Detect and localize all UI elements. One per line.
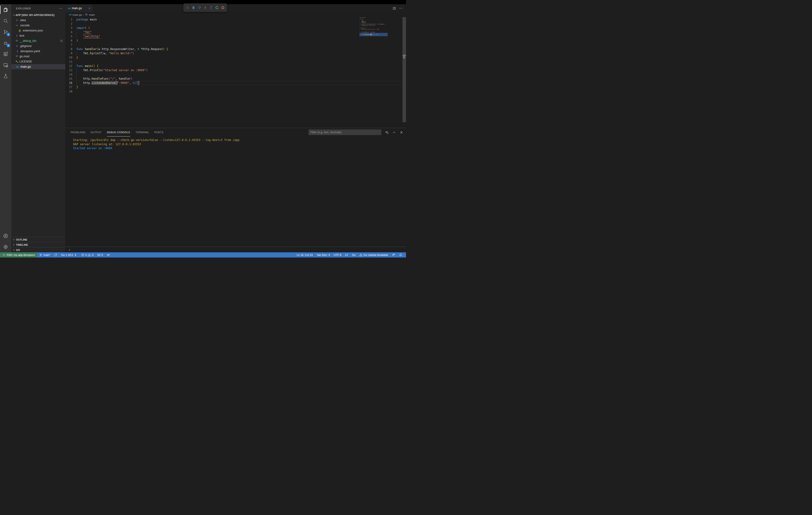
- status-item-debug-status[interactable]: [105, 252, 112, 258]
- code-line-16[interactable]: 16 http.ListenAndServe(":9000", nil): [65, 81, 406, 85]
- code-line-3[interactable]: 3import (: [65, 26, 406, 30]
- chev-r-icon: [12, 248, 16, 252]
- restart-button[interactable]: [214, 4, 220, 11]
- pause-button[interactable]: [191, 4, 196, 11]
- sidebar-section-timeline[interactable]: TIMELINE: [11, 242, 65, 247]
- more-actions-icon[interactable]: [59, 7, 62, 10]
- tree-item-main-go[interactable]: GOmain.go: [11, 64, 65, 69]
- code-line-11[interactable]: 11: [65, 60, 406, 64]
- status-item-eol[interactable]: LF: [343, 252, 350, 258]
- status-item-sync-changes[interactable]: [52, 252, 59, 258]
- activity-bar-item-accounts[interactable]: [0, 230, 11, 241]
- drag-handle-button[interactable]: [185, 4, 191, 11]
- status-item-problems[interactable]: 00: [79, 252, 95, 258]
- code-line-5[interactable]: 5 "net/http": [65, 34, 406, 38]
- beaker-icon: [3, 74, 8, 79]
- clear-console-icon[interactable]: [385, 131, 388, 134]
- code-line-18[interactable]: 18: [65, 89, 406, 93]
- tree-item--debug-bin[interactable]: __debug_binU: [11, 38, 65, 44]
- split-editor-icon[interactable]: [393, 7, 396, 10]
- close-tab-icon[interactable]: [88, 7, 91, 10]
- status-item-ports[interactable]: 0: [95, 252, 105, 258]
- code-line-15[interactable]: 15 http.HandleFunc("/", handler): [65, 77, 406, 81]
- status-item-language-mode[interactable]: Go: [350, 252, 357, 258]
- activity-bar-item-source-control[interactable]: 1: [0, 26, 11, 37]
- tree-item-go-mod[interactable]: go.mod: [11, 54, 65, 59]
- status-item-git-branch[interactable]: main*: [37, 252, 52, 258]
- panel-tab-ports[interactable]: PORTS: [154, 128, 163, 137]
- maximize-panel-icon[interactable]: [393, 131, 396, 134]
- code-line-13[interactable]: 13 fmt.Println("Started server on :9000"…: [65, 68, 406, 73]
- tree-item-test[interactable]: test: [11, 33, 65, 38]
- breadcrumb-symbol[interactable]: main: [85, 13, 95, 16]
- debug-console-filter-input[interactable]: [309, 130, 381, 135]
- code-line-1[interactable]: 1package main: [65, 18, 406, 22]
- code-editor[interactable]: 1package main23import (4 "fmt"5 "net/htt…: [65, 17, 406, 128]
- activity-bar-item-extensions[interactable]: [0, 49, 11, 59]
- pause-icon: [192, 6, 196, 10]
- line-number: 5: [65, 34, 72, 38]
- editor-scrollbar[interactable]: [403, 17, 406, 122]
- sidebar-section-outline[interactable]: OUTLINE: [11, 237, 65, 242]
- workspace-section-header[interactable]: APP [SSH: MY-APP.DEVSPACE]: [11, 12, 65, 18]
- chev-r-icon: [15, 34, 19, 37]
- activity-bar-item-run-and-debug[interactable]: 1: [0, 37, 11, 49]
- tree-item--gitignore[interactable]: .gitignore: [11, 44, 65, 49]
- tree-item-devspace-yaml[interactable]: !devspace.yaml: [11, 49, 65, 54]
- code-line-14[interactable]: 14: [65, 73, 406, 77]
- extensions-icon: [3, 52, 8, 57]
- status-item-tab-size[interactable]: Tab Size: 4: [315, 252, 332, 258]
- tree-item--idea[interactable]: .idea: [11, 18, 65, 23]
- line-number: 17: [65, 85, 72, 89]
- tree-item-extensions-json[interactable]: {}extensions.json: [11, 28, 65, 33]
- code-line-10[interactable]: 10}: [65, 55, 406, 60]
- step-into-button[interactable]: [202, 4, 208, 11]
- tree-item--vscode[interactable]: .vscode: [11, 23, 65, 28]
- stop-button[interactable]: [220, 4, 226, 11]
- status-label: main*: [44, 254, 50, 256]
- tab-main-go[interactable]: GO main.go: [65, 4, 93, 12]
- code-line-4[interactable]: 4 "fmt": [65, 30, 406, 34]
- panel-tab-debug-console[interactable]: DEBUG CONSOLE: [107, 128, 130, 137]
- code-token: (: [88, 26, 90, 30]
- breadcrumb-file[interactable]: GO main.go: [69, 13, 82, 16]
- status-item-go-version[interactable]: Go 1.18.5: [59, 252, 79, 258]
- branch-icon: [39, 253, 42, 257]
- close-panel-icon[interactable]: [400, 131, 403, 134]
- status-item-notifications[interactable]: [397, 252, 404, 258]
- code-line-17[interactable]: 17}: [65, 85, 406, 89]
- badge: 1: [7, 44, 10, 47]
- minimap[interactable]: package mainimport ( "fmt" "net/http")fu…: [359, 17, 388, 37]
- code-line-7[interactable]: 7: [65, 43, 406, 47]
- status-item-feedback[interactable]: [390, 252, 397, 258]
- code-line-12[interactable]: 12func main() {: [65, 64, 406, 68]
- sidebar-section-go[interactable]: GO: [11, 247, 65, 252]
- code-line-6[interactable]: 6): [65, 38, 406, 43]
- step-over-button[interactable]: [196, 4, 202, 11]
- code-line-2[interactable]: 2: [65, 22, 406, 26]
- panel-tab-output[interactable]: OUTPUT: [91, 128, 102, 137]
- activity-bar-item-explorer[interactable]: [0, 4, 11, 15]
- status-item-remote-indicator[interactable]: SSH: my-app.devspace: [0, 252, 37, 258]
- code-line-9[interactable]: 9 fmt.Fprintf(w, "Hello World!"): [65, 51, 406, 55]
- step-out-button[interactable]: [208, 4, 214, 11]
- activity-bar-item-remote-explorer[interactable]: [0, 59, 11, 70]
- status-item-go-update[interactable]: Go Update Available: [357, 252, 390, 258]
- code-line-8[interactable]: 8func handler(w http.ResponseWriter, r *…: [65, 47, 406, 51]
- tree-item-license[interactable]: LICENSE: [11, 59, 65, 64]
- sync-icon: [54, 253, 57, 257]
- chevron-up-icon: [393, 131, 396, 134]
- status-label: 0: [85, 254, 87, 256]
- activity-bar-item-testing[interactable]: [0, 70, 11, 82]
- panel-tab-terminal[interactable]: TERMINAL: [135, 128, 149, 137]
- bell-icon: [399, 253, 402, 257]
- more-actions-icon[interactable]: [399, 6, 403, 10]
- activity-bar-item-settings[interactable]: [0, 241, 11, 252]
- panel-tab-problems[interactable]: PROBLEMS: [70, 128, 86, 137]
- status-item-cursor-position[interactable]: Ln 16, Col 24: [295, 252, 315, 258]
- activity-bar-item-search[interactable]: [0, 15, 11, 26]
- status-item-encoding[interactable]: UTF-8: [332, 252, 343, 258]
- breadcrumb-label: main.go: [72, 13, 82, 16]
- account-icon: [3, 233, 8, 238]
- debug-console-repl-input[interactable]: ›: [65, 247, 406, 252]
